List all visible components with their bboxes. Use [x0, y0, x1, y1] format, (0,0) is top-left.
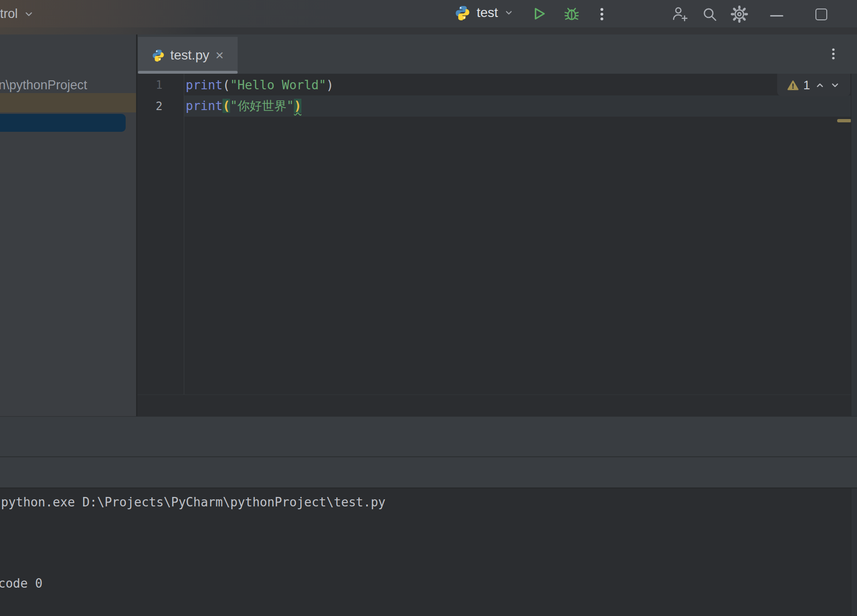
line-number: 1 [137, 78, 163, 92]
minimize-button[interactable] [770, 15, 783, 17]
tree-selected-row[interactable] [0, 114, 126, 132]
run-header-row[interactable] [0, 417, 857, 456]
token-matched-close-paren: ) [294, 99, 301, 113]
editor-viewport-edge [137, 394, 851, 395]
bug-icon [563, 5, 580, 22]
console-scrollbar-track[interactable] [851, 488, 857, 616]
token-open-paren: ( [223, 78, 230, 92]
vcs-label: trol [0, 7, 18, 21]
token-quote: " [287, 99, 294, 113]
python-file-icon [152, 49, 165, 62]
code-editor[interactable]: 1 print("Hello World") 2 print("你好世界") 1 [137, 74, 857, 416]
chevron-down-icon [504, 8, 514, 17]
editor-scrollbar-track[interactable] [851, 74, 857, 416]
titlebar-project-color-strip [0, 27, 198, 34]
tab-options-kebab-icon[interactable] [831, 48, 836, 61]
token-print: print [186, 99, 223, 113]
add-user-icon [671, 5, 689, 23]
line-number: 2 [137, 100, 163, 113]
token-matched-open-paren: ( [223, 99, 230, 113]
project-tool-window: n\pythonProject [0, 34, 137, 416]
editor-tab-bar: test.py × [137, 34, 857, 74]
kebab-menu-icon [599, 7, 605, 22]
search-everywhere-button[interactable] [701, 6, 719, 23]
run-toolbar-row[interactable] [0, 457, 857, 488]
tab-label: test.py [170, 48, 209, 63]
debug-button[interactable] [563, 5, 580, 22]
pycharm-window: trol test [0, 0, 857, 616]
run-tool-window-header [0, 416, 857, 488]
token-print: print [186, 78, 223, 92]
project-root-path[interactable]: n\pythonProject [0, 78, 87, 93]
code-with-me-button[interactable] [671, 5, 689, 23]
tab-close-icon[interactable]: × [215, 48, 224, 62]
search-icon [701, 6, 719, 23]
tree-hovered-row[interactable] [0, 93, 137, 112]
code-lines: 1 print("Hello World") 2 print("你好世界") [137, 74, 851, 117]
header-separator-band [198, 27, 857, 34]
gutter-separator [184, 74, 184, 394]
inspections-widget[interactable]: 1 [777, 74, 850, 96]
run-button[interactable] [531, 6, 547, 22]
code-line-2[interactable]: 2 print("你好世界") [137, 95, 851, 117]
console-exit-code-line: code 0 [0, 576, 43, 590]
tab-test-py[interactable]: test.py × [138, 37, 238, 74]
python-logo-icon [454, 5, 471, 21]
run-console-output[interactable]: python.exe D:\Projects\PyCharm\pythonPro… [0, 488, 857, 616]
token-close-paren: ) [326, 78, 334, 92]
warning-count: 1 [803, 78, 810, 93]
vcs-widget[interactable]: trol [0, 7, 34, 21]
code-line-1[interactable]: 1 print("Hello World") [137, 74, 851, 95]
maximize-button[interactable] [815, 9, 827, 20]
next-issue-button[interactable] [830, 80, 840, 91]
token-cjk-string: 你好世界 [238, 99, 287, 113]
chevron-down-icon [24, 9, 34, 19]
token-quote: " [230, 99, 238, 113]
run-configuration-selector[interactable]: test [454, 5, 514, 21]
console-command-line: python.exe D:\Projects\PyCharm\pythonPro… [1, 495, 386, 509]
previous-issue-button[interactable] [814, 80, 825, 91]
warning-triangle-icon [787, 80, 799, 91]
error-stripe-warning-mark[interactable] [837, 119, 851, 122]
more-run-actions-button[interactable] [599, 7, 605, 22]
run-config-label: test [477, 5, 498, 20]
title-bar: trol test [0, 0, 857, 27]
settings-gear-icon[interactable] [730, 5, 748, 23]
token-string: "Hello World" [230, 78, 326, 92]
play-icon [531, 6, 547, 22]
